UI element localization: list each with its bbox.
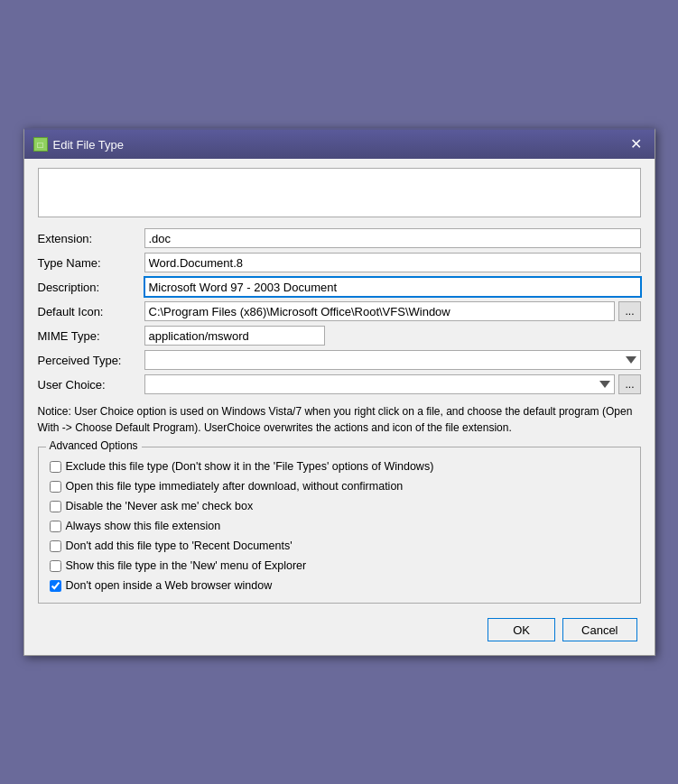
checkbox-cb5[interactable] [50, 540, 61, 552]
checkbox-cb2[interactable] [50, 481, 61, 493]
ok-button[interactable]: OK [488, 618, 555, 641]
default-icon-input[interactable] [144, 301, 616, 321]
checkbox-cb4[interactable] [50, 521, 61, 532]
title-bar-left: □ Edit File Type [33, 137, 125, 152]
checkbox-item: Always show this file extension [50, 520, 629, 532]
type-name-input[interactable] [144, 253, 641, 272]
checkbox-item: Disable the 'Never ask me' check box [50, 500, 629, 512]
mime-type-row [144, 326, 641, 346]
close-button[interactable]: ✕ [627, 135, 645, 153]
default-icon-label: Default Icon: [38, 305, 137, 318]
checkbox-label-cb4[interactable]: Always show this file extension [66, 520, 221, 532]
checkbox-label-cb1[interactable]: Exclude this file type (Don't show it in… [66, 460, 434, 473]
preview-box [38, 168, 641, 217]
default-icon-browse-button[interactable]: ... [618, 301, 640, 321]
checkbox-item: Show this file type in the 'New' menu of… [50, 559, 629, 572]
extension-input[interactable] [144, 228, 641, 248]
description-label: Description: [38, 281, 137, 294]
checkbox-cb6[interactable] [50, 560, 61, 572]
checkbox-cb3[interactable] [50, 501, 61, 512]
description-input[interactable] [144, 277, 641, 297]
checkbox-label-cb5[interactable]: Don't add this file type to 'Recent Docu… [66, 540, 293, 552]
checkbox-item: Don't open inside a Web browser window [50, 579, 629, 592]
checkbox-label-cb6[interactable]: Show this file type in the 'New' menu of… [66, 559, 307, 572]
checkbox-item: Open this file type immediately after do… [50, 480, 629, 493]
advanced-legend: Advanced Options [46, 439, 142, 452]
checkbox-cb7[interactable] [50, 580, 61, 592]
dialog-title: Edit File Type [53, 138, 125, 152]
checkbox-label-cb7[interactable]: Don't open inside a Web browser window [66, 579, 273, 592]
checkbox-label-cb2[interactable]: Open this file type immediately after do… [66, 480, 404, 493]
edit-file-type-dialog: □ Edit File Type ✕ Extension: Type Name:… [23, 128, 655, 656]
mime-type-label: MIME Type: [38, 329, 137, 343]
perceived-type-label: Perceived Type: [38, 354, 137, 367]
cancel-button[interactable]: Cancel [562, 618, 636, 641]
type-name-label: Type Name: [38, 256, 137, 270]
form-grid: Extension: Type Name: Description: Defau… [38, 228, 641, 394]
checkbox-label-cb3[interactable]: Disable the 'Never ask me' check box [66, 500, 254, 512]
dialog-icon: □ [33, 137, 48, 152]
dialog-content: Extension: Type Name: Description: Defau… [24, 159, 655, 655]
mime-type-input[interactable] [144, 326, 325, 346]
notice-text: Notice: User Choice option is used on Wi… [38, 403, 641, 436]
bottom-buttons: OK Cancel [38, 618, 641, 641]
checkbox-list: Exclude this file type (Don't show it in… [50, 460, 629, 592]
title-bar: □ Edit File Type ✕ [24, 130, 655, 159]
user-choice-label: User Choice: [38, 378, 137, 392]
checkbox-cb1[interactable] [50, 461, 61, 473]
extension-label: Extension: [38, 232, 137, 245]
checkbox-item: Don't add this file type to 'Recent Docu… [50, 540, 629, 552]
checkbox-item: Exclude this file type (Don't show it in… [50, 460, 629, 473]
perceived-type-select[interactable] [144, 350, 641, 370]
advanced-options-group: Advanced Options Exclude this file type … [38, 447, 641, 604]
user-choice-select[interactable] [144, 374, 616, 394]
user-choice-browse-button[interactable]: ... [618, 374, 640, 394]
user-choice-row: ... [144, 374, 641, 394]
default-icon-row: ... [144, 301, 641, 321]
